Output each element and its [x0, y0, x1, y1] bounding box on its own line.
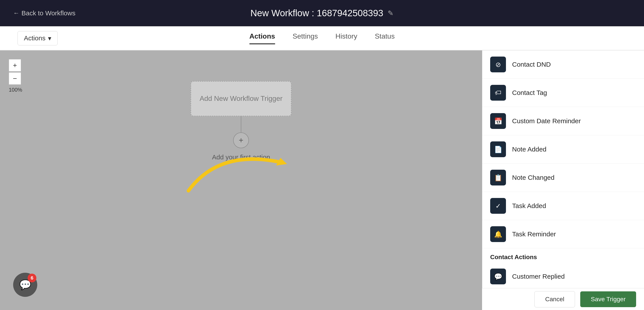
note-changed-icon: 📋	[490, 170, 506, 185]
sidebar-item-customer-replied[interactable]: 💬 Customer Replied	[482, 262, 644, 291]
content-area: + − 100% Add New Workflow Trigger + Add …	[0, 51, 644, 310]
workflow-title-text: New Workflow : 1687942508393	[250, 8, 383, 19]
trigger-box[interactable]: Add New Workflow Trigger	[191, 81, 292, 116]
zoom-in-btn[interactable]: +	[9, 59, 21, 72]
right-sidebar: ⊘ Contact DND 🏷 Contact Tag 📅 Custom Dat…	[482, 51, 644, 310]
task-reminder-icon: 🔔	[490, 226, 506, 242]
note-added-label: Note Added	[512, 146, 546, 153]
top-nav: ← Back to Workflows New Workflow : 16879…	[0, 0, 644, 26]
contact-dnd-label: Contact DND	[512, 61, 551, 68]
edit-icon[interactable]: ✎	[388, 9, 394, 17]
contact-tag-label: Contact Tag	[512, 89, 547, 97]
tab-status[interactable]: Status	[375, 32, 395, 44]
customer-replied-icon: 💬	[490, 268, 506, 284]
cancel-btn[interactable]: Cancel	[534, 291, 575, 307]
task-added-icon: ✓	[490, 198, 506, 214]
task-added-label: Task Added	[512, 202, 546, 210]
sidebar-item-task-added[interactable]: ✓ Task Added	[482, 192, 644, 220]
main-canvas: + − 100% Add New Workflow Trigger + Add …	[0, 51, 482, 310]
tab-settings[interactable]: Settings	[292, 32, 318, 44]
custom-date-reminder-label: Custom Date Reminder	[512, 117, 581, 125]
back-arrow-icon: ←	[13, 10, 19, 17]
contact-tag-icon: 🏷	[490, 85, 506, 101]
contact-actions-header: Contact Actions	[482, 248, 644, 262]
note-added-icon: 📄	[490, 141, 506, 157]
save-trigger-btn[interactable]: Save Trigger	[580, 291, 636, 307]
custom-date-reminder-icon: 📅	[490, 113, 506, 129]
sidebar-item-note-changed[interactable]: 📋 Note Changed	[482, 164, 644, 192]
trigger-box-label: Add New Workflow Trigger	[200, 94, 282, 103]
workflow-title: New Workflow : 1687942508393 ✎	[250, 8, 394, 19]
sidebar-item-custom-date-reminder[interactable]: 📅 Custom Date Reminder	[482, 107, 644, 135]
zoom-out-btn[interactable]: −	[9, 72, 21, 85]
zoom-controls: + − 100%	[9, 59, 22, 93]
sidebar-item-note-added[interactable]: 📄 Note Added	[482, 135, 644, 164]
tab-links: Actions Settings History Status	[249, 32, 395, 44]
sidebar-item-task-reminder[interactable]: 🔔 Task Reminder	[482, 220, 644, 248]
customer-replied-label: Customer Replied	[512, 273, 565, 280]
chat-widget[interactable]: 💬 6	[13, 273, 37, 297]
contact-dnd-icon: ⊘	[490, 57, 506, 72]
sidebar-item-contact-tag[interactable]: 🏷 Contact Tag	[482, 79, 644, 107]
task-reminder-label: Task Reminder	[512, 230, 556, 238]
back-label: Back to Workflows	[22, 10, 76, 17]
sidebar-item-contact-dnd[interactable]: ⊘ Contact DND	[482, 51, 644, 79]
actions-dropdown-label: Actions	[24, 35, 45, 42]
tab-bar: Actions ▾ Actions Settings History Statu…	[0, 26, 644, 51]
tab-actions[interactable]: Actions	[249, 32, 275, 44]
back-to-workflows-btn[interactable]: ← Back to Workflows	[13, 10, 76, 17]
zoom-level-label: 100%	[9, 87, 22, 93]
annotation-arrow	[175, 127, 296, 197]
dropdown-chevron-icon: ▾	[48, 35, 51, 42]
sidebar-footer: Cancel Save Trigger	[482, 288, 644, 310]
sidebar-section-contact-events: ⊘ Contact DND 🏷 Contact Tag 📅 Custom Dat…	[482, 51, 644, 248]
note-changed-label: Note Changed	[512, 174, 554, 181]
chat-badge: 6	[28, 274, 36, 282]
tab-history[interactable]: History	[336, 32, 358, 44]
actions-dropdown-btn[interactable]: Actions ▾	[18, 31, 58, 45]
